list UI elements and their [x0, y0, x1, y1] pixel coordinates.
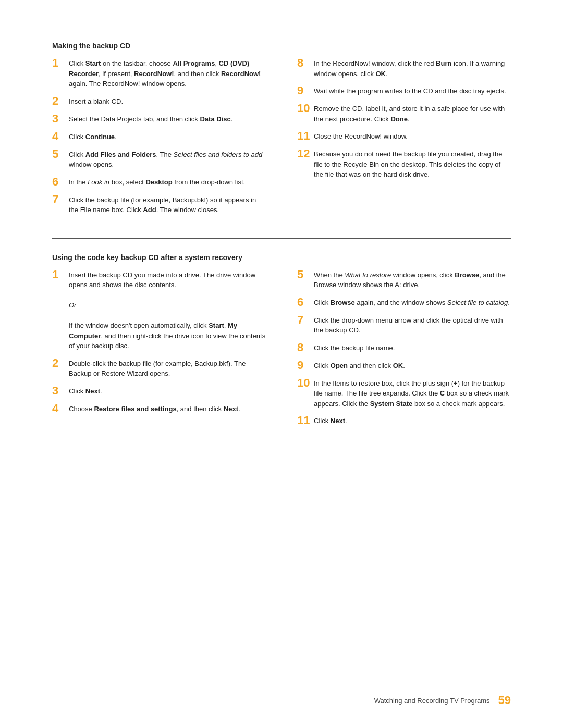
section1-columns: 1Click Start on the taskbar, choose All …: [52, 58, 511, 223]
page-container: Making the backup CD 1Click Start on the…: [0, 0, 563, 728]
step-number: 3: [52, 385, 66, 397]
list-item: 11Click Next.: [297, 416, 511, 426]
step-number: 10: [297, 377, 311, 389]
list-item: 9Click Open and then click OK.: [297, 361, 511, 371]
section2-right-steps: 5When the What to restore window opens, …: [297, 270, 511, 427]
step-content: When the What to restore window opens, c…: [314, 270, 511, 290]
step-content: Click Add Files and Folders. The Select …: [69, 150, 266, 170]
list-item: 6Click Browse again, and the window show…: [297, 298, 511, 308]
step-content: Click Next.: [314, 416, 511, 426]
list-item: 7Click the drop-down menu arrow and clic…: [297, 315, 511, 336]
step-number: 2: [52, 357, 66, 369]
list-item: 10In the Items to restore box, click the…: [297, 378, 511, 409]
step-content: Insert the backup CD you made into a dri…: [69, 270, 266, 351]
step-content: Wait while the program writes to the CD …: [314, 86, 511, 96]
list-item: 8Click the backup file name.: [297, 343, 511, 353]
step-content: Click Open and then click OK.: [314, 361, 511, 371]
step-content: Click the drop-down menu arrow and click…: [314, 315, 511, 336]
step-number: 6: [52, 176, 66, 188]
list-item: 4Choose Restore files and settings, and …: [52, 404, 266, 414]
step-number: 1: [52, 57, 66, 69]
section1-left-column: 1Click Start on the taskbar, choose All …: [52, 58, 271, 223]
list-item: 3Select the Data Projects tab, and then …: [52, 114, 266, 125]
step-number: 5: [297, 269, 311, 280]
step-number: 8: [297, 342, 311, 353]
step-number: 9: [297, 85, 311, 96]
step-content: Choose Restore files and settings, and t…: [69, 404, 266, 414]
step-number: 7: [52, 194, 66, 205]
step-number: 11: [297, 415, 311, 426]
step-number: 1: [52, 269, 66, 280]
footer-page-number: 59: [498, 694, 511, 707]
section1-left-steps: 1Click Start on the taskbar, choose All …: [52, 58, 266, 215]
section-divider: [52, 238, 511, 239]
step-number: 7: [297, 314, 311, 326]
list-item: 1Click Start on the taskbar, choose All …: [52, 58, 266, 89]
footer-text: Watching and Recording TV Programs: [374, 697, 490, 705]
step-number: 12: [297, 148, 311, 159]
list-item: 8In the RecordNow! window, click the red…: [297, 58, 511, 79]
step-content: Click Continue.: [69, 132, 266, 142]
step-number: 8: [297, 57, 311, 69]
step-number: 4: [52, 131, 66, 142]
step-number: 2: [52, 95, 66, 107]
list-item: 5When the What to restore window opens, …: [297, 270, 511, 290]
step-content: Click the backup file name.: [314, 343, 511, 353]
list-item: 1Insert the backup CD you made into a dr…: [52, 270, 266, 351]
step-content: Click the backup file (for example, Back…: [69, 195, 266, 215]
step-number: 9: [297, 360, 311, 371]
list-item: 2Insert a blank CD.: [52, 96, 266, 107]
step-content: Select the Data Projects tab, and then c…: [69, 114, 266, 125]
list-item: 5Click Add Files and Folders. The Select…: [52, 150, 266, 170]
section-using-backup-cd: Using the code key backup CD after a sys…: [52, 253, 511, 434]
list-item: 11Close the RecordNow! window.: [297, 131, 511, 142]
step-number: 6: [297, 297, 311, 308]
step-content: Click Next.: [69, 386, 266, 397]
step-number: 4: [52, 403, 66, 414]
step-content: Because you do not need the backup file …: [314, 149, 511, 180]
list-item: 4Click Continue.: [52, 132, 266, 142]
section2-left-steps: 1Insert the backup CD you made into a dr…: [52, 270, 266, 414]
step-content: In the RecordNow! window, click the red …: [314, 58, 511, 79]
step-content: Click Browse again, and the window shows…: [314, 298, 511, 308]
page-footer: Watching and Recording TV Programs 59: [374, 694, 511, 707]
step-content: Remove the CD, label it, and store it in…: [314, 104, 511, 124]
list-item: 9Wait while the program writes to the CD…: [297, 86, 511, 96]
step-content: In the Look in box, select Desktop from …: [69, 177, 266, 188]
list-item: 12Because you do not need the backup fil…: [297, 149, 511, 180]
step-number: 5: [52, 149, 66, 160]
section1-right-steps: 8In the RecordNow! window, click the red…: [297, 58, 511, 180]
list-item: 2Double-click the backup file (for examp…: [52, 359, 266, 379]
step-content: In the Items to restore box, click the p…: [314, 378, 511, 409]
step-content: Insert a blank CD.: [69, 96, 266, 107]
list-item: 7Click the backup file (for example, Bac…: [52, 195, 266, 215]
step-content: Click Start on the taskbar, choose All P…: [69, 58, 266, 89]
step-number: 3: [52, 113, 66, 125]
section1-right-column: 8In the RecordNow! window, click the red…: [292, 58, 511, 223]
list-item: 3Click Next.: [52, 386, 266, 397]
section2-right-column: 5When the What to restore window opens, …: [292, 270, 511, 434]
section1-title: Making the backup CD: [52, 42, 511, 50]
section2-columns: 1Insert the backup CD you made into a dr…: [52, 270, 511, 434]
list-item: 6In the Look in box, select Desktop from…: [52, 177, 266, 188]
step-number: 11: [297, 130, 311, 142]
section-making-backup-cd: Making the backup CD 1Click Start on the…: [52, 42, 511, 223]
step-content: Close the RecordNow! window.: [314, 131, 511, 142]
section2-left-column: 1Insert the backup CD you made into a dr…: [52, 270, 271, 434]
step-number: 10: [297, 103, 311, 114]
section2-title: Using the code key backup CD after a sys…: [52, 253, 511, 262]
step-content: Double-click the backup file (for exampl…: [69, 359, 266, 379]
list-item: 10Remove the CD, label it, and store it …: [297, 104, 511, 124]
